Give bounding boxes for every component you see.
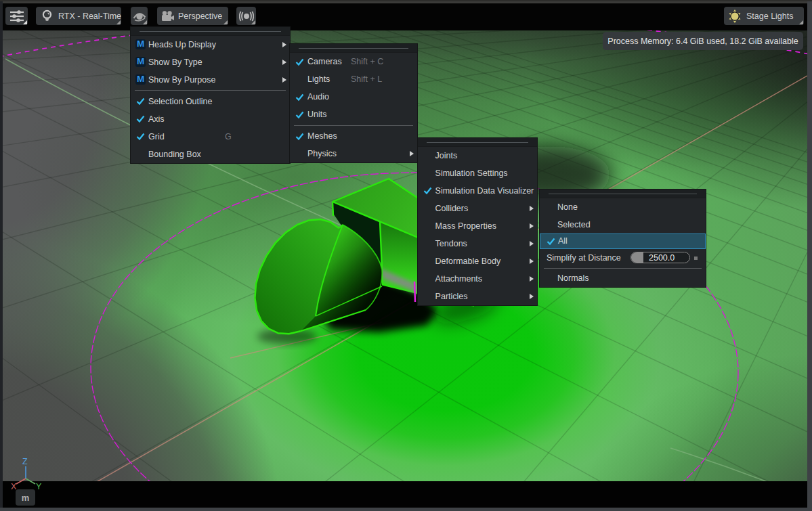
svg-text:Z: Z bbox=[22, 457, 28, 466]
svg-text:Y: Y bbox=[36, 482, 42, 491]
svg-text:X: X bbox=[11, 482, 17, 491]
